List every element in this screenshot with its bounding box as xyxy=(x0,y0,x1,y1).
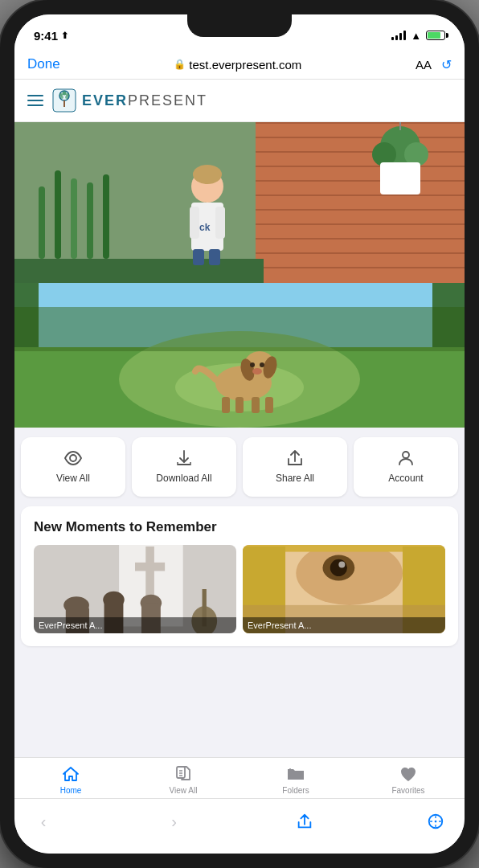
svg-rect-56 xyxy=(14,283,39,347)
logo-tree-icon xyxy=(51,88,77,113)
svg-point-4 xyxy=(63,92,67,96)
download-icon xyxy=(174,448,194,468)
svg-point-7 xyxy=(65,96,68,99)
share-icon xyxy=(285,448,305,468)
svg-point-39 xyxy=(193,165,222,184)
view-all-label: View All xyxy=(56,473,90,485)
svg-rect-16 xyxy=(256,209,465,211)
svg-point-77 xyxy=(330,559,347,575)
moments-title: New Moments to Remember xyxy=(34,519,445,535)
home-icon xyxy=(61,764,80,784)
share-button[interactable] xyxy=(289,805,321,837)
account-button[interactable]: Account xyxy=(354,437,458,497)
svg-rect-51 xyxy=(222,397,230,413)
folders-icon xyxy=(286,764,305,784)
compass-icon xyxy=(427,813,444,830)
moments-grid: EverPresent A... xyxy=(34,545,445,633)
tab-view-all[interactable]: View All xyxy=(127,764,240,795)
photo-child: ck xyxy=(14,122,465,283)
svg-point-48 xyxy=(260,362,264,367)
notch xyxy=(187,14,292,37)
moment-card-1[interactable]: EverPresent A... xyxy=(34,545,236,633)
download-all-label: Download All xyxy=(156,473,211,485)
view-all-icon xyxy=(174,764,193,784)
svg-point-50 xyxy=(252,368,262,375)
svg-rect-54 xyxy=(265,397,273,413)
phone-frame: 9:41 ⬆ ▲ Done 🔒 test.everp xyxy=(0,0,479,868)
reload-button[interactable]: ↺ xyxy=(441,57,452,72)
svg-rect-17 xyxy=(256,223,465,225)
url-bar[interactable]: 🔒 test.everpresent.com xyxy=(174,58,301,72)
url-text: test.everpresent.com xyxy=(189,58,301,72)
tab-home-label: Home xyxy=(60,786,82,795)
download-all-button[interactable]: Download All xyxy=(132,437,236,497)
svg-rect-21 xyxy=(14,259,264,283)
svg-point-78 xyxy=(338,561,345,567)
logo-ever: EVER xyxy=(82,92,128,108)
logo-text: EVERPRESENT xyxy=(82,92,207,109)
svg-point-58 xyxy=(70,455,76,461)
svg-rect-37 xyxy=(209,249,220,265)
menu-button[interactable] xyxy=(27,95,43,106)
svg-rect-11 xyxy=(256,137,465,138)
svg-rect-10 xyxy=(256,122,465,124)
scroll-content[interactable]: ck xyxy=(14,122,465,757)
moment-card-2[interactable]: EverPresent A... xyxy=(243,545,445,633)
browser-bar: Done 🔒 test.everpresent.com AA ↺ xyxy=(14,50,465,80)
svg-point-6 xyxy=(60,96,63,99)
share-browser-icon xyxy=(296,813,313,830)
svg-point-60 xyxy=(403,452,409,458)
tab-favorites[interactable]: Favorites xyxy=(352,764,465,795)
tab-bar: Home View All Folders xyxy=(14,757,465,798)
moment-label-2: EverPresent A... xyxy=(243,617,445,633)
share-all-label: Share All xyxy=(276,473,314,485)
moment-label-1: EverPresent A... xyxy=(34,617,236,633)
svg-rect-26 xyxy=(103,174,109,259)
browser-actions: AA ↺ xyxy=(416,57,452,72)
svg-rect-52 xyxy=(235,397,244,413)
photo-dog xyxy=(14,283,465,428)
account-icon xyxy=(396,448,416,468)
logo-present: PRESENT xyxy=(128,92,207,108)
action-buttons: View All Download All Share All xyxy=(14,428,465,506)
svg-rect-12 xyxy=(256,151,465,153)
bookmarks-button[interactable] xyxy=(420,805,452,837)
svg-rect-19 xyxy=(256,252,465,254)
svg-rect-13 xyxy=(256,166,465,167)
svg-rect-64 xyxy=(135,562,165,571)
svg-rect-59 xyxy=(178,464,190,465)
battery-fill xyxy=(428,32,440,39)
view-all-button[interactable]: View All xyxy=(21,437,125,497)
svg-rect-36 xyxy=(193,249,204,265)
back-button[interactable]: ‹ xyxy=(27,805,59,837)
lock-icon: 🔒 xyxy=(174,59,186,70)
tab-favorites-label: Favorites xyxy=(391,786,424,795)
eye-icon xyxy=(63,448,83,468)
svg-rect-31 xyxy=(380,162,420,194)
logo: EVERPRESENT xyxy=(51,88,207,113)
wifi-icon: ▲ xyxy=(411,30,421,42)
svg-point-49 xyxy=(250,362,255,367)
tab-folders[interactable]: Folders xyxy=(240,764,352,795)
text-size-button[interactable]: AA xyxy=(416,58,432,72)
tab-folders-label: Folders xyxy=(282,786,309,795)
status-time: 9:41 ⬆ xyxy=(34,29,68,43)
svg-rect-23 xyxy=(55,170,61,259)
tab-home[interactable]: Home xyxy=(14,764,127,795)
forward-button[interactable]: › xyxy=(158,805,190,837)
svg-rect-55 xyxy=(14,307,465,351)
svg-rect-57 xyxy=(432,283,465,347)
tab-view-all-label: View All xyxy=(170,786,198,795)
svg-rect-15 xyxy=(256,194,465,196)
svg-rect-22 xyxy=(39,186,45,259)
svg-rect-24 xyxy=(71,178,77,259)
done-button[interactable]: Done xyxy=(27,56,60,72)
status-icons: ▲ xyxy=(391,30,445,42)
svg-rect-18 xyxy=(256,238,465,240)
location-arrow-icon: ⬆ xyxy=(61,31,68,41)
svg-rect-34 xyxy=(190,207,199,239)
share-all-button[interactable]: Share All xyxy=(243,437,347,497)
svg-rect-25 xyxy=(87,182,93,259)
favorites-icon xyxy=(399,764,418,784)
app-header: EVERPRESENT xyxy=(14,80,465,122)
